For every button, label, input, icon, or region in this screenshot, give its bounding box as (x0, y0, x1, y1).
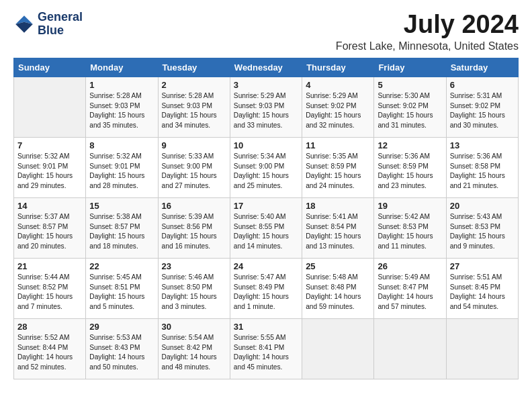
day-info: Sunrise: 5:55 AM Sunset: 8:41 PM Dayligh… (234, 333, 298, 373)
calendar-cell: 20Sunrise: 5:43 AM Sunset: 8:53 PM Dayli… (446, 197, 518, 258)
day-number: 23 (162, 261, 226, 271)
calendar-cell: 29Sunrise: 5:53 AM Sunset: 8:43 PM Dayli… (86, 318, 158, 379)
day-info: Sunrise: 5:33 AM Sunset: 9:00 PM Dayligh… (162, 152, 226, 191)
weekday-header-friday: Friday (374, 58, 446, 77)
weekday-header-sunday: Sunday (14, 58, 86, 77)
calendar-cell (446, 318, 518, 379)
day-number: 11 (306, 140, 370, 150)
day-number: 14 (17, 201, 82, 211)
calendar-cell: 1Sunrise: 5:28 AM Sunset: 9:03 PM Daylig… (86, 77, 158, 137)
day-number: 9 (162, 140, 226, 150)
weekday-header-thursday: Thursday (302, 58, 374, 77)
day-info: Sunrise: 5:28 AM Sunset: 9:03 PM Dayligh… (89, 91, 154, 131)
calendar-cell: 28Sunrise: 5:52 AM Sunset: 8:44 PM Dayli… (14, 318, 86, 379)
weekday-header-monday: Monday (86, 58, 158, 77)
day-number: 1 (89, 80, 154, 90)
weekday-header-row: SundayMondayTuesdayWednesdayThursdayFrid… (14, 58, 519, 77)
day-number: 29 (89, 322, 154, 332)
calendar-cell: 17Sunrise: 5:40 AM Sunset: 8:55 PM Dayli… (230, 197, 302, 258)
day-number: 17 (234, 201, 298, 211)
calendar-cell: 5Sunrise: 5:30 AM Sunset: 9:02 PM Daylig… (374, 77, 446, 137)
day-info: Sunrise: 5:43 AM Sunset: 8:53 PM Dayligh… (450, 212, 515, 252)
day-info: Sunrise: 5:45 AM Sunset: 8:51 PM Dayligh… (89, 273, 154, 312)
calendar-cell: 22Sunrise: 5:45 AM Sunset: 8:51 PM Dayli… (86, 258, 158, 318)
calendar-cell: 30Sunrise: 5:54 AM Sunset: 8:42 PM Dayli… (158, 318, 230, 379)
day-info: Sunrise: 5:32 AM Sunset: 9:01 PM Dayligh… (89, 152, 154, 191)
day-number: 8 (89, 140, 154, 150)
day-info: Sunrise: 5:44 AM Sunset: 8:52 PM Dayligh… (17, 273, 82, 312)
day-number: 12 (378, 140, 442, 150)
calendar-cell (302, 318, 374, 379)
svg-marker-1 (15, 22, 33, 33)
day-number: 4 (306, 80, 370, 90)
calendar-cell: 10Sunrise: 5:34 AM Sunset: 9:00 PM Dayli… (230, 137, 302, 197)
calendar-cell: 6Sunrise: 5:31 AM Sunset: 9:02 PM Daylig… (446, 77, 518, 137)
day-number: 5 (378, 80, 442, 90)
location-title: Forest Lake, Minnesota, United States (336, 40, 519, 52)
calendar-cell: 3Sunrise: 5:29 AM Sunset: 9:03 PM Daylig… (230, 77, 302, 137)
calendar-week-5: 28Sunrise: 5:52 AM Sunset: 8:44 PM Dayli… (14, 318, 519, 379)
day-info: Sunrise: 5:36 AM Sunset: 8:58 PM Dayligh… (450, 152, 515, 191)
logo-text: General Blue (38, 11, 83, 38)
day-info: Sunrise: 5:31 AM Sunset: 9:02 PM Dayligh… (450, 91, 515, 131)
weekday-header-saturday: Saturday (446, 58, 518, 77)
day-info: Sunrise: 5:38 AM Sunset: 8:57 PM Dayligh… (89, 212, 154, 252)
day-number: 2 (162, 80, 226, 90)
day-info: Sunrise: 5:54 AM Sunset: 8:42 PM Dayligh… (162, 333, 226, 373)
day-info: Sunrise: 5:46 AM Sunset: 8:50 PM Dayligh… (162, 273, 226, 312)
day-info: Sunrise: 5:53 AM Sunset: 8:43 PM Dayligh… (89, 333, 154, 373)
logo: General Blue (13, 11, 83, 38)
calendar-cell: 18Sunrise: 5:41 AM Sunset: 8:54 PM Dayli… (302, 197, 374, 258)
calendar-cell: 11Sunrise: 5:35 AM Sunset: 8:59 PM Dayli… (302, 137, 374, 197)
day-info: Sunrise: 5:28 AM Sunset: 9:03 PM Dayligh… (162, 91, 226, 131)
calendar-cell: 25Sunrise: 5:48 AM Sunset: 8:48 PM Dayli… (302, 258, 374, 318)
calendar-cell: 9Sunrise: 5:33 AM Sunset: 9:00 PM Daylig… (158, 137, 230, 197)
calendar-cell (374, 318, 446, 379)
day-info: Sunrise: 5:51 AM Sunset: 8:45 PM Dayligh… (450, 273, 515, 312)
day-number: 19 (378, 201, 442, 211)
calendar-cell: 26Sunrise: 5:49 AM Sunset: 8:47 PM Dayli… (374, 258, 446, 318)
calendar-week-4: 21Sunrise: 5:44 AM Sunset: 8:52 PM Dayli… (14, 258, 519, 318)
day-number: 22 (89, 261, 154, 271)
day-info: Sunrise: 5:48 AM Sunset: 8:48 PM Dayligh… (306, 273, 370, 312)
calendar-cell: 27Sunrise: 5:51 AM Sunset: 8:45 PM Dayli… (446, 258, 518, 318)
calendar-week-3: 14Sunrise: 5:37 AM Sunset: 8:57 PM Dayli… (14, 197, 519, 258)
calendar-body: 1Sunrise: 5:28 AM Sunset: 9:03 PM Daylig… (14, 77, 519, 379)
day-number: 18 (306, 201, 370, 211)
day-info: Sunrise: 5:39 AM Sunset: 8:56 PM Dayligh… (162, 212, 226, 252)
day-number: 24 (234, 261, 298, 271)
calendar-cell: 19Sunrise: 5:42 AM Sunset: 8:53 PM Dayli… (374, 197, 446, 258)
logo-icon (13, 13, 35, 35)
day-number: 27 (450, 261, 515, 271)
day-info: Sunrise: 5:29 AM Sunset: 9:02 PM Dayligh… (306, 91, 370, 131)
calendar-cell: 14Sunrise: 5:37 AM Sunset: 8:57 PM Dayli… (14, 197, 86, 258)
day-number: 30 (162, 322, 226, 332)
day-info: Sunrise: 5:36 AM Sunset: 8:59 PM Dayligh… (378, 152, 442, 191)
day-info: Sunrise: 5:35 AM Sunset: 8:59 PM Dayligh… (306, 152, 370, 191)
calendar-cell: 2Sunrise: 5:28 AM Sunset: 9:03 PM Daylig… (158, 77, 230, 137)
day-info: Sunrise: 5:37 AM Sunset: 8:57 PM Dayligh… (17, 212, 82, 252)
calendar-cell: 7Sunrise: 5:32 AM Sunset: 9:01 PM Daylig… (14, 137, 86, 197)
day-info: Sunrise: 5:32 AM Sunset: 9:01 PM Dayligh… (17, 152, 82, 191)
weekday-header-tuesday: Tuesday (158, 58, 230, 77)
calendar-cell: 31Sunrise: 5:55 AM Sunset: 8:41 PM Dayli… (230, 318, 302, 379)
day-number: 25 (306, 261, 370, 271)
calendar-week-2: 7Sunrise: 5:32 AM Sunset: 9:01 PM Daylig… (14, 137, 519, 197)
day-number: 21 (17, 261, 82, 271)
day-number: 7 (17, 140, 82, 150)
day-info: Sunrise: 5:34 AM Sunset: 9:00 PM Dayligh… (234, 152, 298, 191)
month-title: July 2024 (336, 11, 519, 39)
day-number: 16 (162, 201, 226, 211)
calendar-cell: 23Sunrise: 5:46 AM Sunset: 8:50 PM Dayli… (158, 258, 230, 318)
day-info: Sunrise: 5:49 AM Sunset: 8:47 PM Dayligh… (378, 273, 442, 312)
day-number: 6 (450, 80, 515, 90)
calendar-cell (14, 77, 86, 137)
calendar-cell: 13Sunrise: 5:36 AM Sunset: 8:58 PM Dayli… (446, 137, 518, 197)
calendar-week-1: 1Sunrise: 5:28 AM Sunset: 9:03 PM Daylig… (14, 77, 519, 137)
calendar-cell: 4Sunrise: 5:29 AM Sunset: 9:02 PM Daylig… (302, 77, 374, 137)
day-number: 10 (234, 140, 298, 150)
calendar-header: SundayMondayTuesdayWednesdayThursdayFrid… (14, 58, 519, 77)
day-number: 28 (17, 322, 82, 332)
day-number: 31 (234, 322, 298, 332)
calendar-table: SundayMondayTuesdayWednesdayThursdayFrid… (13, 58, 519, 379)
